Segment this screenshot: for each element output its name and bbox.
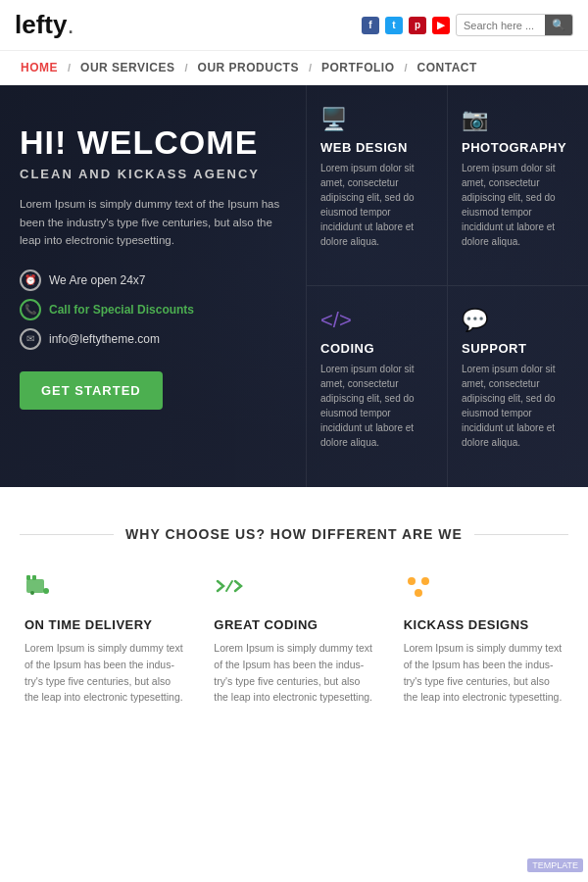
why-title-row: WHY CHOOSE US? HOW DIFFERENT ARE WE <box>20 526 568 542</box>
youtube-icon[interactable]: ▶ <box>432 17 450 34</box>
hero-subtitle: CLEAN AND KICKASS AGENCY <box>20 167 286 181</box>
feature-delivery-title: ON TIME DELIVERY <box>24 617 184 632</box>
nav-contact[interactable]: CONTACT <box>412 59 483 76</box>
feature-delivery: ON TIME DELIVERY Lorem Ipsum is simply d… <box>20 571 189 706</box>
monitor-icon: 🖥️ <box>320 107 433 132</box>
service-webdesign-title: WEB DESIGN <box>320 140 433 155</box>
service-photography-desc: Lorem ipsum dolor sit amet, consectetur … <box>462 161 574 249</box>
service-support-title: SUPPORT <box>462 341 574 356</box>
hero-feature-discount: 📞 Call for Special Discounts <box>20 299 286 320</box>
chat-icon: 💬 <box>462 308 574 333</box>
search-bar: 🔍 <box>456 14 573 36</box>
service-coding-title: CODING <box>320 341 433 356</box>
feature-delivery-desc: Lorem Ipsum is simply dummy text of the … <box>24 640 184 706</box>
service-photography: 📷 PHOTOGRAPHY Lorem ipsum dolor sit amet… <box>447 85 588 286</box>
feature-coding: GREAT CODING Lorem Ipsum is simply dummy… <box>209 571 378 706</box>
feature-designs: KICKASS DESIGNS Lorem Ipsum is simply du… <box>399 571 568 706</box>
hero-feature-open-label: We Are open 24x7 <box>49 273 146 287</box>
hero-feature-discount-label: Call for Special Discounts <box>49 303 194 317</box>
features-grid: ON TIME DELIVERY Lorem Ipsum is simply d… <box>20 571 568 706</box>
search-input[interactable] <box>457 17 545 34</box>
nav-home[interactable]: HOME <box>15 59 64 76</box>
pinterest-icon[interactable]: p <box>409 17 426 34</box>
feature-designs-desc: Lorem Ipsum is simply dummy text of the … <box>404 640 564 706</box>
hero-features: ⏰ We Are open 24x7 📞 Call for Special Di… <box>20 270 286 350</box>
hero-title: HI! WELCOME <box>20 124 286 161</box>
search-button[interactable]: 🔍 <box>545 15 572 35</box>
header: lefty. f t p ▶ 🔍 <box>0 0 588 51</box>
header-right: f t p ▶ 🔍 <box>362 14 573 36</box>
nav-sep-2: / <box>185 62 188 74</box>
coding-icon <box>214 571 373 608</box>
facebook-icon[interactable]: f <box>362 17 379 34</box>
service-webdesign-desc: Lorem ipsum dolor sit amet, consectetur … <box>320 161 433 249</box>
service-photography-title: PHOTOGRAPHY <box>462 140 574 155</box>
service-webdesign: 🖥️ WEB DESIGN Lorem ipsum dolor sit amet… <box>306 85 447 286</box>
svg-point-7 <box>421 577 429 585</box>
hero-left: HI! WELCOME CLEAN AND KICKASS AGENCY Lor… <box>0 85 306 487</box>
svg-point-4 <box>30 591 34 595</box>
svg-rect-2 <box>26 575 30 580</box>
hero-section: HI! WELCOME CLEAN AND KICKASS AGENCY Lor… <box>0 85 588 487</box>
nav-services[interactable]: OUR SERVICES <box>74 59 180 76</box>
why-line-left <box>20 534 114 535</box>
camera-icon: 📷 <box>462 107 574 132</box>
hero-feature-email: ✉ info@leftytheme.com <box>20 328 286 350</box>
nav-products[interactable]: OUR PRODUCTS <box>192 59 305 76</box>
hero-content: HI! WELCOME CLEAN AND KICKASS AGENCY Lor… <box>0 85 588 487</box>
why-line-right <box>474 534 568 535</box>
logo-text: lefty <box>15 10 67 39</box>
get-started-button[interactable]: GET STARTED <box>20 371 163 410</box>
nav-sep-1: / <box>68 62 71 74</box>
svg-point-3 <box>43 588 49 594</box>
code-icon: </> <box>320 308 433 333</box>
why-title: WHY CHOOSE US? HOW DIFFERENT ARE WE <box>125 526 463 542</box>
phone-icon: 📞 <box>20 299 41 320</box>
feature-designs-title: KICKASS DESIGNS <box>404 617 564 632</box>
logo-dot: . <box>67 10 74 39</box>
nav-sep-3: / <box>309 62 312 74</box>
feature-coding-desc: Lorem Ipsum is simply dummy text of the … <box>214 640 373 706</box>
service-coding-desc: Lorem ipsum dolor sit amet, consectetur … <box>320 362 433 450</box>
feature-coding-title: GREAT CODING <box>214 617 373 632</box>
nav-sep-4: / <box>405 62 408 74</box>
svg-point-6 <box>408 577 416 585</box>
why-section: WHY CHOOSE US? HOW DIFFERENT ARE WE ON T… <box>0 487 588 735</box>
email-icon: ✉ <box>20 328 41 350</box>
svg-rect-1 <box>32 575 36 580</box>
logo[interactable]: lefty. <box>15 10 74 40</box>
twitter-icon[interactable]: t <box>385 17 403 34</box>
service-support: 💬 SUPPORT Lorem ipsum dolor sit amet, co… <box>447 286 588 487</box>
nav-portfolio[interactable]: PORTFOLIO <box>316 59 401 76</box>
clock-icon: ⏰ <box>20 270 41 291</box>
service-support-desc: Lorem ipsum dolor sit amet, consectetur … <box>462 362 574 450</box>
svg-rect-0 <box>26 579 44 593</box>
svg-point-8 <box>415 589 422 597</box>
hero-feature-open: ⏰ We Are open 24x7 <box>20 270 286 291</box>
main-nav: HOME / OUR SERVICES / OUR PRODUCTS / POR… <box>0 51 588 85</box>
hero-feature-email-label: info@leftytheme.com <box>49 332 160 346</box>
hero-right-services: 🖥️ WEB DESIGN Lorem ipsum dolor sit amet… <box>306 85 588 487</box>
svg-line-5 <box>226 581 232 591</box>
delivery-icon <box>24 571 184 608</box>
service-coding: </> CODING Lorem ipsum dolor sit amet, c… <box>306 286 447 487</box>
social-icons: f t p ▶ 🔍 <box>362 14 573 36</box>
designs-icon <box>404 571 564 608</box>
hero-description: Lorem Ipsum is simply dummy text of the … <box>20 195 286 249</box>
